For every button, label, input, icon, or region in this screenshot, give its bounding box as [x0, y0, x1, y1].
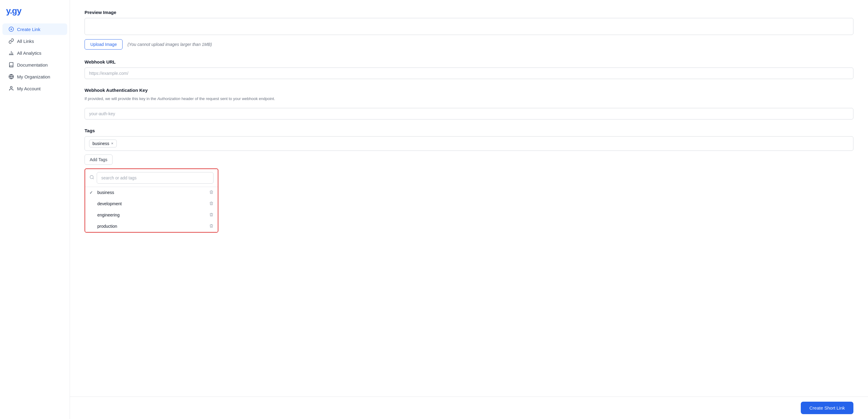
sidebar-item-my-organization[interactable]: My Organization [2, 71, 67, 83]
tag-option-production[interactable]: ✓ production [85, 221, 218, 232]
tag-chip-business: business × [89, 139, 117, 148]
trash-icon-engineering[interactable] [209, 213, 214, 218]
webhook-url-label: Webhook URL [85, 59, 854, 64]
tag-remove-business[interactable]: × [111, 141, 114, 146]
tag-search-dropdown: ✓ business ✓ development [85, 168, 218, 233]
sidebar-item-all-links[interactable]: All Links [2, 35, 67, 47]
create-short-link-button[interactable]: Create Short Link [801, 402, 854, 414]
search-icon [89, 175, 94, 181]
sidebar-item-label: My Account [17, 86, 41, 91]
tag-option-label-production: production [97, 224, 206, 229]
tag-search-input-row [85, 169, 218, 187]
preview-image-label: Preview Image [85, 10, 854, 15]
tag-option-engineering[interactable]: ✓ engineering [85, 210, 218, 221]
sidebar-item-documentation[interactable]: Documentation [2, 59, 67, 70]
bottom-bar: Create Short Link [70, 396, 868, 419]
tag-search-input[interactable] [97, 172, 214, 184]
tag-option-label-business: business [97, 190, 206, 195]
sidebar-item-label: Documentation [17, 62, 48, 67]
tag-option-business[interactable]: ✓ business [85, 187, 218, 198]
upload-image-button[interactable]: Upload Image [85, 39, 123, 50]
sidebar-nav: Create Link All Links All Analytics [0, 23, 70, 95]
plus-circle-icon [8, 27, 14, 32]
webhook-auth-input[interactable] [85, 108, 854, 120]
preview-image-box [85, 18, 854, 35]
add-tags-button[interactable]: Add Tags [85, 155, 113, 165]
webhook-auth-description: If provided, we will provide this key in… [85, 96, 854, 102]
sidebar-item-label: All Analytics [17, 51, 41, 56]
sidebar-item-label: Create Link [17, 27, 40, 32]
webhook-auth-label: Webhook Authentication Key [85, 88, 854, 93]
trash-icon-development[interactable] [209, 201, 214, 206]
logo: y.gy [0, 6, 70, 23]
tag-option-label-engineering: engineering [97, 213, 206, 217]
upload-row: Upload Image (You cannot upload images l… [85, 39, 854, 50]
tag-option-label-development: development [97, 201, 206, 206]
main-content: Preview Image Upload Image (You cannot u… [70, 0, 868, 419]
bar-chart-icon [8, 50, 14, 56]
check-icon-business: ✓ [89, 190, 94, 195]
preview-image-section: Preview Image Upload Image (You cannot u… [85, 10, 854, 50]
tags-label: Tags [85, 128, 854, 133]
tag-option-development[interactable]: ✓ development [85, 198, 218, 210]
book-icon [8, 62, 14, 67]
sidebar-item-label: All Links [17, 39, 34, 44]
upload-note: (You cannot upload images larger than 1M… [127, 42, 212, 47]
trash-icon-business[interactable] [209, 190, 214, 195]
tags-box: business × [85, 136, 854, 151]
user-icon [8, 86, 14, 91]
tag-chip-label: business [92, 141, 109, 146]
sidebar-item-create-link[interactable]: Create Link [2, 24, 67, 35]
tags-section: Tags business × Add Tags ✓ [85, 128, 854, 233]
sidebar-item-my-account[interactable]: My Account [2, 83, 67, 94]
webhook-auth-section: Webhook Authentication Key If provided, … [85, 88, 854, 120]
sidebar-item-label: My Organization [17, 74, 50, 79]
link-icon [8, 38, 14, 44]
webhook-url-input[interactable] [85, 67, 854, 79]
svg-line-11 [93, 178, 94, 179]
webhook-url-section: Webhook URL [85, 59, 854, 79]
svg-point-9 [10, 86, 12, 88]
tag-dropdown-list: ✓ business ✓ development [85, 187, 218, 232]
globe-icon [8, 74, 14, 79]
sidebar-item-all-analytics[interactable]: All Analytics [2, 47, 67, 59]
trash-icon-production[interactable] [209, 224, 214, 229]
svg-point-10 [90, 175, 93, 179]
sidebar: y.gy Create Link All Links [0, 0, 70, 419]
